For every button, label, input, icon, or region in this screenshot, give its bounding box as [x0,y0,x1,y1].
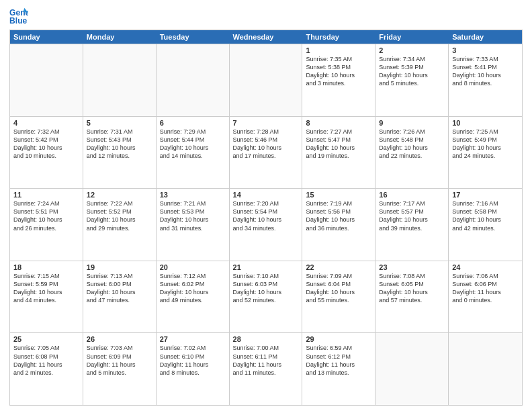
day-number: 22 [306,263,371,271]
day-cell-20: 20Sunrise: 7:12 AMSunset: 6:02 PMDayligh… [157,261,230,333]
day-info: Sunrise: 7:02 AMSunset: 6:10 PMDaylight:… [160,344,226,377]
day-info: Sunrise: 7:00 AMSunset: 6:11 PMDaylight:… [233,344,299,377]
day-number: 5 [87,119,152,127]
day-cell-empty-0-0 [10,44,83,116]
day-cell-2: 2Sunrise: 7:34 AMSunset: 5:39 PMDaylight… [375,44,449,116]
day-number: 27 [160,335,226,343]
day-cell-empty-0-1 [83,44,157,116]
header-day-wednesday: Wednesday [230,30,303,44]
header-day-saturday: Saturday [449,30,522,44]
day-cell-12: 12Sunrise: 7:22 AMSunset: 5:52 PMDayligh… [83,189,157,261]
day-number: 7 [233,119,299,127]
day-cell-26: 26Sunrise: 7:03 AMSunset: 6:09 PMDayligh… [83,333,157,405]
day-cell-19: 19Sunrise: 7:13 AMSunset: 6:00 PMDayligh… [83,261,157,333]
day-cell-13: 13Sunrise: 7:21 AMSunset: 5:53 PMDayligh… [157,189,230,261]
day-number: 1 [306,46,371,54]
day-info: Sunrise: 7:25 AMSunset: 5:49 PMDaylight:… [452,128,519,161]
svg-text:Blue: Blue [9,16,28,26]
day-number: 17 [452,191,519,199]
day-cell-27: 27Sunrise: 7:02 AMSunset: 6:10 PMDayligh… [157,333,230,405]
day-info: Sunrise: 7:35 AMSunset: 5:38 PMDaylight:… [306,55,371,88]
day-info: Sunrise: 7:08 AMSunset: 6:05 PMDaylight:… [379,272,445,305]
day-number: 23 [379,263,445,271]
calendar: SundayMondayTuesdayWednesdayThursdayFrid… [9,30,523,406]
day-cell-14: 14Sunrise: 7:20 AMSunset: 5:54 PMDayligh… [230,189,303,261]
day-info: Sunrise: 7:24 AMSunset: 5:51 PMDaylight:… [13,199,79,232]
day-info: Sunrise: 7:22 AMSunset: 5:52 PMDaylight:… [87,199,152,232]
header-day-thursday: Thursday [302,30,375,44]
calendar-header: SundayMondayTuesdayWednesdayThursdayFrid… [10,30,522,44]
week-row-3: 18Sunrise: 7:15 AMSunset: 5:59 PMDayligh… [10,261,522,333]
header-day-monday: Monday [83,30,157,44]
day-cell-22: 22Sunrise: 7:09 AMSunset: 6:04 PMDayligh… [302,261,375,333]
day-cell-17: 17Sunrise: 7:16 AMSunset: 5:58 PMDayligh… [449,189,522,261]
day-cell-10: 10Sunrise: 7:25 AMSunset: 5:49 PMDayligh… [449,117,522,189]
day-info: Sunrise: 7:16 AMSunset: 5:58 PMDaylight:… [452,199,519,232]
day-number: 6 [160,119,226,127]
day-info: Sunrise: 7:27 AMSunset: 5:47 PMDaylight:… [306,128,371,161]
day-info: Sunrise: 6:59 AMSunset: 6:12 PMDaylight:… [306,344,371,377]
day-cell-5: 5Sunrise: 7:31 AMSunset: 5:43 PMDaylight… [83,117,157,189]
day-info: Sunrise: 7:20 AMSunset: 5:54 PMDaylight:… [233,199,299,232]
day-info: Sunrise: 7:33 AMSunset: 5:41 PMDaylight:… [452,55,519,88]
day-number: 14 [233,191,299,199]
day-cell-29: 29Sunrise: 6:59 AMSunset: 6:12 PMDayligh… [302,333,375,405]
week-row-1: 4Sunrise: 7:32 AMSunset: 5:42 PMDaylight… [10,116,522,189]
logo-icon: General Blue [9,7,28,26]
day-number: 13 [160,191,226,199]
day-cell-4: 4Sunrise: 7:32 AMSunset: 5:42 PMDaylight… [10,117,83,189]
day-number: 9 [379,119,445,127]
day-cell-24: 24Sunrise: 7:06 AMSunset: 6:06 PMDayligh… [449,261,522,333]
day-cell-1: 1Sunrise: 7:35 AMSunset: 5:38 PMDaylight… [302,44,375,116]
day-info: Sunrise: 7:13 AMSunset: 6:00 PMDaylight:… [87,272,152,305]
day-number: 20 [160,263,226,271]
day-cell-23: 23Sunrise: 7:08 AMSunset: 6:05 PMDayligh… [375,261,449,333]
day-number: 19 [87,263,152,271]
day-cell-11: 11Sunrise: 7:24 AMSunset: 5:51 PMDayligh… [10,189,83,261]
day-cell-8: 8Sunrise: 7:27 AMSunset: 5:47 PMDaylight… [302,117,375,189]
header: General Blue [9,7,523,26]
day-cell-7: 7Sunrise: 7:28 AMSunset: 5:46 PMDaylight… [230,117,303,189]
header-day-friday: Friday [375,30,449,44]
day-info: Sunrise: 7:05 AMSunset: 6:08 PMDaylight:… [13,344,79,377]
day-number: 3 [452,46,519,54]
day-info: Sunrise: 7:09 AMSunset: 6:04 PMDaylight:… [306,272,371,305]
page: General Blue SundayMondayTuesdayWednesda… [0,0,532,411]
day-cell-25: 25Sunrise: 7:05 AMSunset: 6:08 PMDayligh… [10,333,83,405]
day-cell-3: 3Sunrise: 7:33 AMSunset: 5:41 PMDaylight… [449,44,522,116]
day-info: Sunrise: 7:15 AMSunset: 5:59 PMDaylight:… [13,272,79,305]
day-number: 15 [306,191,371,199]
day-number: 29 [306,335,371,343]
week-row-4: 25Sunrise: 7:05 AMSunset: 6:08 PMDayligh… [10,332,522,405]
calendar-body: 1Sunrise: 7:35 AMSunset: 5:38 PMDaylight… [10,44,522,405]
day-cell-15: 15Sunrise: 7:19 AMSunset: 5:56 PMDayligh… [302,189,375,261]
day-cell-empty-0-3 [230,44,303,116]
day-info: Sunrise: 7:06 AMSunset: 6:06 PMDaylight:… [452,272,519,305]
day-info: Sunrise: 7:34 AMSunset: 5:39 PMDaylight:… [379,55,445,88]
day-number: 26 [87,335,152,343]
day-number: 8 [306,119,371,127]
header-day-tuesday: Tuesday [157,30,230,44]
day-cell-empty-4-6 [449,333,522,405]
day-info: Sunrise: 7:10 AMSunset: 6:03 PMDaylight:… [233,272,299,305]
day-info: Sunrise: 7:03 AMSunset: 6:09 PMDaylight:… [87,344,152,377]
day-number: 25 [13,335,79,343]
day-cell-16: 16Sunrise: 7:17 AMSunset: 5:57 PMDayligh… [375,189,449,261]
day-cell-21: 21Sunrise: 7:10 AMSunset: 6:03 PMDayligh… [230,261,303,333]
day-number: 12 [87,191,152,199]
logo: General Blue [9,7,31,26]
day-cell-6: 6Sunrise: 7:29 AMSunset: 5:44 PMDaylight… [157,117,230,189]
day-info: Sunrise: 7:12 AMSunset: 6:02 PMDaylight:… [160,272,226,305]
week-row-2: 11Sunrise: 7:24 AMSunset: 5:51 PMDayligh… [10,188,522,261]
day-number: 21 [233,263,299,271]
day-info: Sunrise: 7:26 AMSunset: 5:48 PMDaylight:… [379,128,445,161]
day-cell-9: 9Sunrise: 7:26 AMSunset: 5:48 PMDaylight… [375,117,449,189]
day-info: Sunrise: 7:21 AMSunset: 5:53 PMDaylight:… [160,199,226,232]
week-row-0: 1Sunrise: 7:35 AMSunset: 5:38 PMDaylight… [10,44,522,116]
day-cell-18: 18Sunrise: 7:15 AMSunset: 5:59 PMDayligh… [10,261,83,333]
day-number: 16 [379,191,445,199]
day-number: 24 [452,263,519,271]
day-info: Sunrise: 7:31 AMSunset: 5:43 PMDaylight:… [87,128,152,161]
day-info: Sunrise: 7:32 AMSunset: 5:42 PMDaylight:… [13,128,79,161]
day-number: 28 [233,335,299,343]
